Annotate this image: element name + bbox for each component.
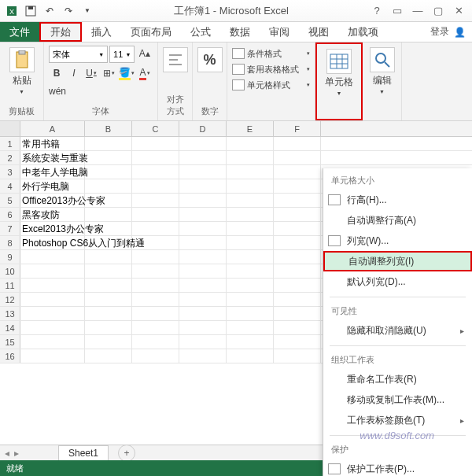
cell[interactable] [132, 293, 179, 306]
phonetic-button[interactable]: wén [49, 83, 66, 99]
row-header[interactable]: 16 [0, 349, 20, 363]
row-header[interactable]: 9 [0, 250, 20, 264]
alignment-button[interactable] [161, 46, 190, 74]
ribbon-options-icon[interactable]: ▭ [390, 4, 404, 18]
cell[interactable] [227, 307, 274, 320]
cell[interactable] [179, 222, 227, 235]
row-header[interactable]: 11 [0, 279, 20, 292]
cell[interactable] [132, 194, 179, 207]
cell[interactable] [132, 264, 179, 278]
cell[interactable] [85, 335, 132, 349]
font-color-button[interactable]: A▾ [137, 65, 153, 81]
cell[interactable] [274, 208, 321, 221]
cell[interactable] [85, 307, 132, 320]
cell[interactable] [227, 321, 274, 334]
increase-font-icon[interactable]: A▴ [136, 46, 153, 61]
underline-button[interactable]: U▾ [83, 65, 99, 81]
cell[interactable] [227, 293, 274, 306]
cell-styles-button[interactable]: 单元格样式▾ [232, 77, 310, 93]
cell[interactable] [274, 321, 321, 334]
number-button[interactable]: % [196, 46, 224, 74]
italic-button[interactable]: I [66, 65, 82, 81]
maximize-icon[interactable]: ▢ [431, 4, 445, 18]
border-button[interactable]: ⊞▾ [101, 65, 116, 81]
row-header[interactable]: 3 [0, 165, 20, 179]
menu-move-copy[interactable]: 移动或复制工作表(M)... [323, 389, 472, 410]
table-format-button[interactable]: 套用表格格式▾ [232, 61, 310, 77]
cell[interactable] [274, 335, 321, 349]
col-header-f[interactable]: F [274, 121, 321, 136]
cell[interactable]: 常用书籍 [20, 137, 85, 150]
row-header[interactable]: 2 [0, 151, 20, 164]
cell[interactable] [179, 137, 227, 150]
cell[interactable] [179, 250, 227, 264]
cell[interactable] [179, 236, 227, 249]
col-header-d[interactable]: D [179, 121, 227, 136]
cell[interactable] [274, 137, 321, 150]
cell[interactable] [85, 179, 132, 193]
cell[interactable] [132, 279, 179, 292]
close-icon[interactable]: ✕ [452, 4, 466, 18]
font-name-select[interactable]: 宋体▼ [49, 46, 108, 63]
row-header[interactable]: 6 [0, 208, 20, 221]
cell[interactable] [132, 165, 179, 179]
qa-dropdown-icon[interactable]: ▼ [79, 3, 96, 19]
cell[interactable] [227, 165, 274, 179]
cell[interactable] [227, 264, 274, 278]
cell[interactable] [274, 293, 321, 306]
cell[interactable] [274, 250, 321, 264]
cell[interactable] [179, 293, 227, 306]
cell[interactable] [20, 349, 85, 363]
cell[interactable] [274, 165, 321, 179]
cell[interactable] [20, 264, 85, 278]
menu-row-height[interactable]: 行高(H)... [323, 190, 472, 210]
cell[interactable] [85, 264, 132, 278]
sheet-nav-last-icon[interactable]: ▸ [14, 448, 19, 459]
bold-button[interactable]: B [49, 65, 65, 81]
menu-default-width[interactable]: 默认列宽(D)... [323, 271, 472, 292]
row-header[interactable]: 12 [0, 293, 20, 306]
cell[interactable] [85, 250, 132, 264]
font-size-select[interactable]: 11▼ [109, 46, 135, 63]
row-header[interactable]: 5 [0, 194, 20, 207]
cell[interactable] [20, 321, 85, 334]
cell[interactable] [274, 279, 321, 292]
cell[interactable] [132, 137, 179, 150]
cell[interactable] [179, 151, 227, 164]
row-header[interactable]: 1 [0, 137, 20, 150]
conditional-format-button[interactable]: 条件格式▾ [232, 46, 310, 61]
cell[interactable] [274, 236, 321, 249]
tab-formulas[interactable]: 公式 [181, 22, 220, 42]
tab-layout[interactable]: 页面布局 [121, 22, 181, 42]
help-icon[interactable]: ? [370, 4, 384, 18]
cell[interactable] [132, 179, 179, 193]
cell[interactable] [227, 279, 274, 292]
cell[interactable] [274, 264, 321, 278]
cell[interactable] [179, 349, 227, 363]
cell[interactable] [20, 307, 85, 320]
cell[interactable]: Excel2013办公专家 [20, 222, 85, 235]
cell[interactable] [85, 208, 132, 221]
cell[interactable] [227, 250, 274, 264]
cell[interactable] [274, 179, 321, 193]
tab-insert[interactable]: 插入 [82, 22, 121, 42]
cell[interactable] [179, 264, 227, 278]
save-icon[interactable] [22, 3, 39, 19]
cell[interactable] [132, 151, 179, 164]
menu-tab-color[interactable]: 工作表标签颜色(T)▸ [323, 410, 472, 430]
cell[interactable] [227, 208, 274, 221]
col-header-c[interactable]: C [132, 121, 179, 136]
cell[interactable] [227, 194, 274, 207]
cell[interactable] [20, 279, 85, 292]
cell[interactable] [274, 151, 321, 164]
cell[interactable] [274, 307, 321, 320]
cell[interactable] [132, 307, 179, 320]
cell[interactable] [227, 179, 274, 193]
cell[interactable] [227, 349, 274, 363]
cell[interactable] [179, 279, 227, 292]
cell[interactable]: 中老年人学电脑 [20, 165, 85, 179]
cell[interactable] [132, 349, 179, 363]
minimize-icon[interactable]: — [411, 4, 425, 18]
cell[interactable]: 黑客攻防 [20, 208, 85, 221]
cell[interactable] [179, 321, 227, 334]
